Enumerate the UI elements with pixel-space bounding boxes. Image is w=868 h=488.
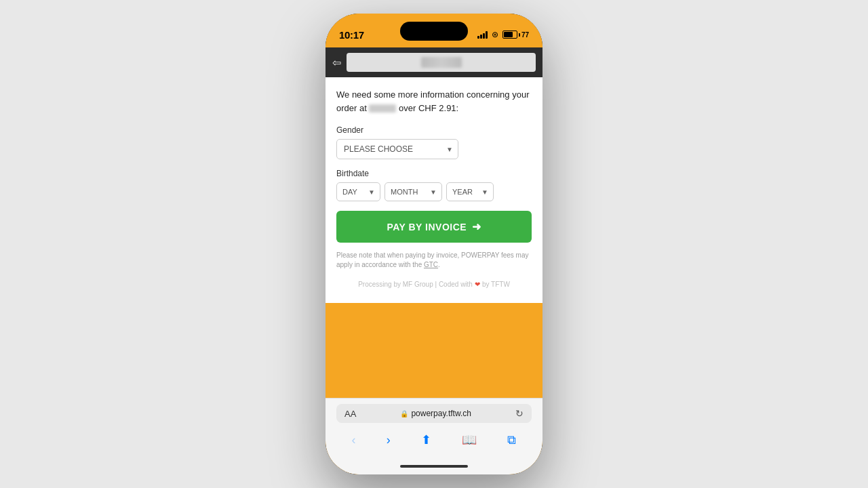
month-select-wrapper: MONTH JanuaryFebruaryMarch AprilMayJune …: [384, 182, 442, 201]
info-text: We need some more information concerning…: [336, 88, 532, 115]
browser-forward-nav-button[interactable]: ›: [381, 430, 396, 450]
birthdate-row: DAY 010203 040506 070809 101112 131415 1…: [336, 182, 532, 201]
url-text: powerpay.tftw.ch: [411, 409, 471, 418]
wifi-icon: ⊛: [492, 30, 498, 39]
pay-button-label: PAY BY INVOICE: [387, 222, 467, 232]
pay-by-invoice-button[interactable]: PAY BY INVOICE ➜: [336, 211, 532, 243]
battery-level: 77: [521, 31, 529, 39]
footer: Processing by MF Group | Coded with ❤ by…: [336, 281, 532, 288]
gender-select-wrapper: PLEASE CHOOSE Male Female Other ▼: [336, 139, 458, 159]
gender-group: Gender PLEASE CHOOSE Male Female Other ▼: [336, 125, 532, 159]
birthdate-group: Birthdate DAY 010203 040506 070809 10111…: [336, 169, 532, 201]
share-button[interactable]: ⬆: [416, 430, 437, 450]
birthdate-label: Birthdate: [336, 169, 532, 178]
heart-icon: ❤: [475, 281, 480, 288]
lock-icon: 🔒: [400, 410, 408, 418]
orange-background: [326, 303, 542, 398]
month-select[interactable]: MONTH JanuaryFebruaryMarch AprilMayJune …: [384, 182, 442, 201]
home-indicator: [326, 458, 542, 474]
merchant-logo: [347, 53, 536, 72]
url-group: 🔒 powerpay.tftw.ch: [361, 409, 510, 418]
year-select[interactable]: YEAR 200520001995 199019851980 19751970: [446, 182, 494, 201]
browser-back-nav-button[interactable]: ‹: [347, 430, 361, 450]
merchant-name-blur: [369, 104, 396, 113]
day-select[interactable]: DAY 010203 040506 070809 101112 131415 1…: [336, 182, 380, 201]
gtc-link[interactable]: GTC: [424, 261, 438, 268]
bottom-bar: AA 🔒 powerpay.tftw.ch ↻ ‹ › ⬆ 📖 ⧉: [326, 398, 542, 458]
browser-back-button[interactable]: ⇦: [332, 56, 341, 69]
day-select-wrapper: DAY 010203 040506 070809 101112 131415 1…: [336, 182, 380, 201]
status-icons: ⊛ 77: [477, 30, 529, 39]
status-time: 10:17: [339, 29, 364, 41]
disclaimer-text: Please note that when paying by invoice,…: [336, 251, 532, 270]
phone-frame: 10:17 ⊛ 77 ⇦: [326, 14, 542, 474]
pay-arrow-icon: ➜: [472, 220, 481, 233]
year-select-wrapper: YEAR 200520001995 199019851980 19751970 …: [446, 182, 494, 201]
gender-label: Gender: [336, 125, 532, 135]
phone-screen: 10:17 ⊛ 77 ⇦: [326, 14, 542, 474]
dynamic-island: [400, 22, 468, 41]
reload-icon[interactable]: ↻: [515, 408, 524, 419]
content-area: We need some more information concerning…: [326, 77, 542, 303]
home-bar: [400, 465, 468, 468]
signal-bars-icon: [477, 30, 488, 39]
browser-nav-bar: ‹ › ⬆ 📖 ⧉: [336, 427, 532, 453]
url-bar: AA 🔒 powerpay.tftw.ch ↻: [336, 404, 532, 423]
bookmarks-button[interactable]: 📖: [456, 430, 482, 450]
battery-icon: 77: [502, 30, 529, 39]
gender-select[interactable]: PLEASE CHOOSE Male Female Other: [336, 139, 458, 159]
tabs-button[interactable]: ⧉: [502, 430, 521, 450]
aa-button[interactable]: AA: [344, 409, 356, 419]
browser-chrome: ⇦: [326, 47, 542, 77]
